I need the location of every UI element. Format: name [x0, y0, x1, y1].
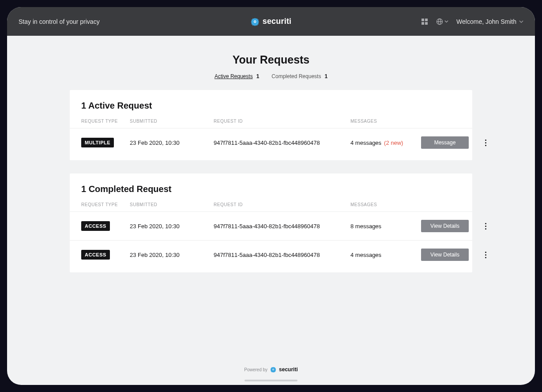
request-type-badge: ACCESS — [81, 221, 110, 231]
page-content: Your Requests Active Requests 1 Complete… — [7, 36, 535, 272]
col-submitted: SUBMITTED — [130, 119, 214, 124]
messages-new: (2 new) — [384, 139, 403, 146]
footer: Powered by securiti — [7, 366, 535, 373]
submitted-cell: 23 Feb 2020, 10:30 — [130, 223, 214, 230]
request-id-cell: 947f7811-5aaa-4340-82b1-fbc448960478 — [214, 223, 350, 230]
tab-count: 1 — [256, 73, 260, 79]
active-requests-card: 1 Active Request REQUEST TYPE SUBMITTED … — [70, 90, 472, 160]
powered-by-label: Powered by — [244, 367, 267, 372]
col-submitted: SUBMITTED — [130, 202, 214, 207]
tagline: Stay in control of your privacy — [19, 18, 100, 25]
table-header: REQUEST TYPE SUBMITTED REQUEST ID MESSAG… — [70, 119, 472, 128]
welcome-text: Welcome, John Smith — [456, 18, 516, 25]
messages-cell: 4 messages (2 new) — [350, 139, 421, 146]
submitted-cell: 23 Feb 2020, 10:30 — [130, 139, 214, 146]
tab-active-requests[interactable]: Active Requests 1 — [215, 73, 259, 79]
messages-cell: 4 messages — [350, 252, 421, 258]
topbar: Stay in control of your privacy securiti… — [7, 7, 535, 36]
chevron-down-icon — [519, 19, 523, 24]
message-button[interactable]: Message — [421, 136, 469, 149]
svg-rect-4 — [422, 22, 424, 25]
svg-rect-3 — [425, 19, 428, 21]
svg-point-10 — [273, 369, 274, 370]
request-type-badge: MULTIPLE — [81, 138, 114, 147]
svg-rect-5 — [425, 22, 428, 25]
messages-count: 4 messages — [350, 139, 381, 146]
col-type: REQUEST TYPE — [81, 119, 130, 124]
row-menu-icon[interactable] — [481, 138, 490, 147]
completed-requests-card: 1 Completed Request REQUEST TYPE SUBMITT… — [70, 173, 472, 272]
col-id: REQUEST ID — [214, 202, 350, 207]
col-id: REQUEST ID — [214, 119, 350, 124]
col-messages: MESSAGES — [350, 202, 421, 207]
tab-label: Active Requests — [215, 73, 253, 79]
card-title: 1 Active Request — [70, 101, 472, 119]
messages-cell: 8 messages — [350, 223, 421, 230]
device-frame: Stay in control of your privacy securiti… — [7, 7, 535, 385]
tab-label: Completed Requests — [271, 73, 321, 79]
view-details-button[interactable]: View Details — [421, 249, 469, 261]
col-messages: MESSAGES — [350, 119, 421, 124]
brand-name: securiti — [263, 17, 292, 26]
footer-brand-name: securiti — [279, 366, 298, 373]
svg-rect-2 — [422, 19, 424, 21]
row-menu-icon[interactable] — [481, 222, 490, 230]
footer-brand-mark-icon — [270, 366, 276, 373]
page-title: Your Requests — [7, 53, 535, 66]
topbar-right: Welcome, John Smith — [421, 18, 523, 25]
card-title: 1 Completed Request — [70, 184, 472, 202]
request-id-cell: 947f7811-5aaa-4340-82b1-fbc448960478 — [214, 252, 350, 258]
apps-grid-icon[interactable] — [421, 18, 428, 25]
request-tabs: Active Requests 1 Completed Requests 1 — [7, 73, 535, 79]
tab-completed-requests[interactable]: Completed Requests 1 — [271, 73, 327, 79]
brand-mark-icon — [251, 17, 260, 26]
request-type-badge: ACCESS — [81, 250, 110, 260]
table-row: MULTIPLE 23 Feb 2020, 10:30 947f7811-5aa… — [70, 128, 472, 157]
chevron-down-icon — [444, 19, 448, 23]
request-id-cell: 947f7811-5aaa-4340-82b1-fbc448960478 — [214, 139, 350, 146]
col-type: REQUEST TYPE — [81, 202, 130, 207]
table-header: REQUEST TYPE SUBMITTED REQUEST ID MESSAG… — [70, 202, 472, 211]
view-details-button[interactable]: View Details — [421, 220, 469, 232]
brand-logo[interactable]: securiti — [251, 17, 292, 26]
home-indicator — [245, 380, 297, 381]
svg-point-1 — [254, 21, 256, 22]
user-menu[interactable]: Welcome, John Smith — [456, 18, 523, 25]
row-menu-icon[interactable] — [481, 250, 490, 259]
language-selector[interactable] — [436, 18, 448, 25]
table-row: ACCESS 23 Feb 2020, 10:30 947f7811-5aaa-… — [70, 240, 472, 269]
table-row: ACCESS 23 Feb 2020, 10:30 947f7811-5aaa-… — [70, 211, 472, 240]
submitted-cell: 23 Feb 2020, 10:30 — [130, 252, 214, 258]
tab-count: 1 — [324, 73, 327, 79]
